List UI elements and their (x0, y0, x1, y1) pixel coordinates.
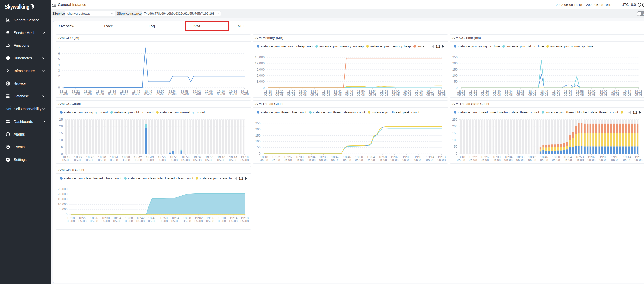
svg-text:05-08: 05-08 (229, 158, 237, 162)
svg-text:05-08: 05-08 (134, 158, 142, 162)
svg-text:50: 50 (257, 146, 261, 149)
svg-text:05-08: 05-08 (72, 93, 80, 96)
svg-text:05-08: 05-08 (160, 219, 168, 223)
svg-text:200: 200 (255, 128, 261, 131)
svg-text:05-08: 05-08 (84, 93, 92, 96)
svg-text:05-08: 05-08 (552, 158, 560, 162)
svg-text:05-08: 05-08 (576, 93, 584, 96)
svg-text:150: 150 (452, 131, 457, 135)
svg-text:10,000: 10,000 (58, 203, 67, 206)
svg-text:05-08: 05-08 (540, 158, 548, 162)
svg-text:3,000: 3,000 (257, 80, 265, 83)
svg-text:3: 3 (58, 69, 60, 72)
svg-text:5,000: 5,000 (59, 208, 67, 211)
svg-text:05-08: 05-08 (217, 93, 225, 96)
svg-text:05-08: 05-08 (634, 158, 642, 162)
svg-text:20: 20 (59, 125, 63, 128)
svg-text:05-08: 05-08 (229, 93, 237, 96)
svg-text:05-08: 05-08 (426, 158, 434, 162)
svg-text:0: 0 (61, 152, 63, 156)
svg-text:10: 10 (59, 138, 63, 142)
svg-text:05-08: 05-08 (634, 93, 642, 96)
svg-text:15,000: 15,000 (58, 197, 67, 201)
svg-text:250: 250 (452, 56, 458, 59)
svg-text:05-08: 05-08 (284, 158, 292, 162)
svg-text:05-08: 05-08 (181, 158, 190, 162)
svg-text:05-08: 05-08 (437, 158, 446, 162)
svg-text:05-08: 05-08 (469, 158, 477, 162)
svg-text:150: 150 (255, 134, 261, 137)
svg-text:05-08: 05-08 (168, 93, 177, 96)
svg-text:05-08: 05-08 (260, 158, 268, 162)
svg-text:7: 7 (58, 46, 60, 50)
svg-text:05-08: 05-08 (108, 93, 116, 96)
svg-text:05-08: 05-08 (67, 219, 75, 223)
svg-text:05-08: 05-08 (611, 158, 619, 162)
svg-text:0: 0 (259, 152, 261, 155)
svg-text:05-08: 05-08 (171, 219, 179, 223)
svg-text:05-08: 05-08 (308, 158, 316, 162)
svg-text:0: 0 (456, 152, 457, 155)
svg-text:05-08: 05-08 (78, 219, 86, 223)
svg-text:05-08: 05-08 (415, 93, 423, 96)
svg-text:05-08: 05-08 (62, 158, 70, 162)
svg-text:05-08: 05-08 (493, 93, 501, 96)
svg-text:50: 50 (454, 80, 458, 83)
svg-text:12,000: 12,000 (255, 62, 265, 65)
svg-text:05-08: 05-08 (205, 158, 213, 162)
svg-text:05-08: 05-08 (183, 219, 191, 223)
svg-text:05-08: 05-08 (296, 158, 304, 162)
svg-text:05-08: 05-08 (368, 93, 376, 96)
svg-text:05-08: 05-08 (426, 93, 435, 96)
svg-text:0: 0 (58, 86, 60, 89)
svg-text:05-08: 05-08 (319, 158, 328, 162)
svg-text:0: 0 (263, 86, 265, 90)
svg-text:05-08: 05-08 (322, 93, 330, 96)
svg-text:05-08: 05-08 (516, 93, 525, 96)
svg-text:05-08: 05-08 (205, 93, 213, 96)
svg-text:05-08: 05-08 (299, 93, 307, 96)
svg-text:5: 5 (61, 145, 63, 149)
svg-text:05-08: 05-08 (102, 219, 110, 223)
svg-text:05-08: 05-08 (264, 93, 272, 96)
svg-text:05-08: 05-08 (493, 158, 501, 162)
svg-text:6: 6 (58, 52, 60, 55)
svg-text:05-08: 05-08 (125, 219, 133, 223)
svg-text:6,000: 6,000 (257, 74, 265, 77)
svg-text:05-08: 05-08 (333, 93, 342, 96)
svg-text:05-08: 05-08 (403, 93, 411, 96)
svg-text:05-08: 05-08 (437, 93, 446, 96)
svg-text:150: 150 (452, 68, 458, 71)
svg-text:05-08: 05-08 (170, 158, 178, 162)
svg-text:05-08: 05-08 (343, 158, 351, 162)
svg-text:05-08: 05-08 (144, 93, 152, 96)
svg-text:05-08: 05-08 (98, 158, 106, 162)
svg-text:15,000: 15,000 (255, 56, 265, 59)
svg-text:05-08: 05-08 (380, 93, 388, 96)
svg-text:50: 50 (454, 145, 457, 148)
svg-text:05-08: 05-08 (457, 158, 465, 162)
svg-text:100: 100 (255, 140, 261, 143)
svg-text:25: 25 (59, 118, 63, 121)
svg-text:05-08: 05-08 (392, 93, 400, 96)
svg-text:05-08: 05-08 (331, 158, 339, 162)
svg-text:05-08: 05-08 (588, 158, 596, 162)
svg-text:05-08: 05-08 (272, 158, 280, 162)
svg-text:05-08: 05-08 (414, 158, 422, 162)
svg-text:05-08: 05-08 (457, 93, 465, 96)
svg-text:05-08: 05-08 (240, 219, 249, 223)
svg-text:05-08: 05-08 (193, 93, 201, 96)
svg-text:05-08: 05-08 (623, 158, 631, 162)
svg-text:05-08: 05-08 (540, 93, 548, 96)
svg-text:05-08: 05-08 (120, 93, 128, 96)
svg-text:05-08: 05-08 (132, 93, 140, 96)
svg-text:05-08: 05-08 (86, 158, 94, 162)
svg-text:05-08: 05-08 (516, 158, 525, 162)
svg-text:1: 1 (58, 80, 60, 84)
svg-text:05-08: 05-08 (122, 158, 130, 162)
svg-text:05-08: 05-08 (391, 158, 399, 162)
svg-text:05-08: 05-08 (217, 158, 225, 162)
svg-text:0: 0 (66, 213, 68, 216)
svg-text:05-08: 05-08 (588, 93, 596, 96)
svg-text:05-08: 05-08 (345, 93, 353, 96)
